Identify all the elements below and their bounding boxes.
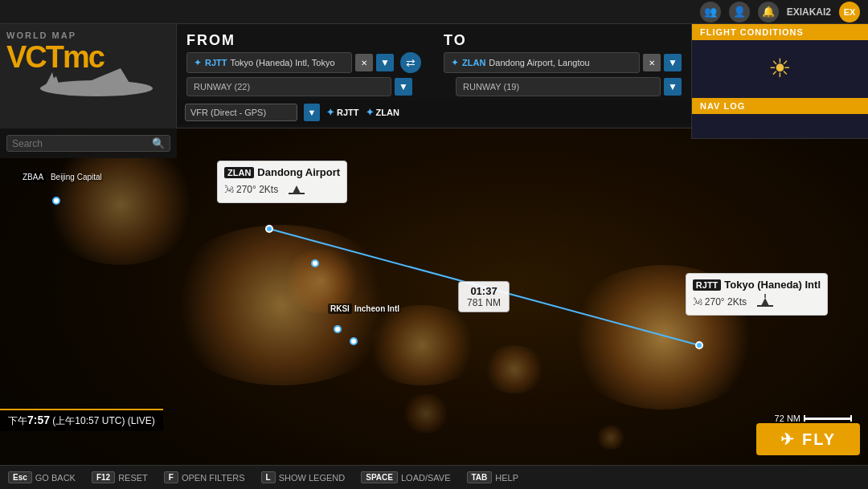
rjtt-wind-value: 270° 2Kts: [705, 296, 747, 308]
zlan-wind-info: 🌬 270° 2Kts: [224, 184, 278, 195]
from-dropdown-button[interactable]: ▼: [376, 54, 394, 71]
zbaa-airport-label: ZBAA Beijing Capital: [20, 173, 102, 181]
open-filters-key: F: [164, 471, 178, 483]
user-avatar[interactable]: EX: [839, 2, 860, 22]
notification-icon[interactable]: 🔔: [758, 2, 779, 22]
zlan-landing-icon: [285, 181, 309, 198]
time-value: 7:57: [27, 414, 50, 426]
fly-label: FLY: [802, 430, 836, 449]
open-filters-label: OPEN FILTERS: [182, 473, 245, 483]
from-tag-icon: ✦: [326, 107, 334, 118]
from-runway-dropdown[interactable]: ▼: [395, 78, 412, 96]
zlan-wind-value: 270° 2Kts: [236, 184, 278, 195]
from-airport-input[interactable]: ✦ RJTT Tokyo (Haneda) Intl, Tokyo: [186, 52, 352, 73]
zlan-map-label: ZLAN Dandong Airport 🌬 270° 2Kts: [217, 161, 347, 203]
fly-plane-icon: ✈: [780, 430, 796, 449]
weather-sun-icon: ☀: [768, 53, 792, 84]
rjtt-airport-name: Tokyo (Haneda) Intl: [724, 279, 821, 291]
shortcut-go-back[interactable]: Esc GO BACK: [8, 471, 76, 483]
flight-conditions-body: ☀: [692, 40, 868, 96]
rksi-name: Incheon Intl: [354, 304, 399, 313]
to-label: TO: [444, 32, 682, 49]
route-distance: 781 NM: [467, 297, 501, 308]
search-input[interactable]: [12, 138, 152, 149]
shortcut-open-filters[interactable]: F OPEN FILTERS: [164, 471, 245, 483]
zlan-waypoint-dot: [265, 225, 273, 233]
nav-log-body: [692, 114, 868, 138]
from-label: FROM: [186, 32, 424, 49]
bottom-options-row: VFR (Direct - GPS) ▼ ✦ RJTT ✦ ZLAN: [177, 100, 691, 124]
flight-type-select[interactable]: VFR (Direct - GPS): [185, 104, 297, 121]
top-bar: 👥 👤 🔔 EXIAKAI2 EX: [0, 0, 868, 24]
time-label: 下午7:57 (上午10:57 UTC) (LIVE): [8, 415, 155, 426]
search-bar: 🔍: [0, 128, 177, 158]
swap-airports-button[interactable]: ⇄: [400, 52, 421, 73]
flight-conditions-panel: FLIGHT CONDITIONS ☀ NAV LOG: [691, 24, 868, 139]
to-runway-select[interactable]: RUNWAY (19): [456, 77, 661, 96]
to-dropdown-button[interactable]: ▼: [664, 54, 682, 71]
rjtt-waypoint-dot: [695, 341, 703, 349]
load-save-key: SPACE: [361, 471, 398, 483]
zbaa-waypoint-dot: [52, 197, 60, 205]
flight-type-value: VFR (Direct - GPS): [190, 108, 266, 117]
rksi-code: RKSI: [328, 304, 352, 314]
to-airport-name: Dandong Airport, Langtou: [489, 58, 589, 67]
zlan-airport-name: Dandong Airport: [257, 166, 340, 178]
rksi-dot2: [350, 337, 358, 345]
to-clear-button[interactable]: ✕: [643, 54, 661, 71]
help-label: HELP: [495, 473, 518, 483]
rjtt-wind-info: 🌬 270° 2Kts: [693, 296, 747, 308]
zbaa-code: ZBAA: [20, 172, 46, 182]
reset-key: F12: [92, 471, 115, 483]
flight-header: FROM ✦ RJTT Tokyo (Haneda) Intl, Tokyo ✕…: [177, 24, 691, 128]
load-save-label: LOAD/SAVE: [401, 473, 451, 483]
help-key: TAB: [467, 471, 493, 483]
scale-ruler: [804, 418, 852, 420]
from-airport-icon: ✦: [194, 57, 202, 68]
plane-silhouette: [8, 52, 169, 116]
from-airport-name: Tokyo (Haneda) Intl, Tokyo: [231, 58, 335, 67]
bottom-bar: Esc GO BACK F12 RESET F OPEN FILTERS L S…: [0, 465, 868, 489]
shortcut-load-save[interactable]: SPACE LOAD/SAVE: [361, 471, 450, 483]
profile-icon[interactable]: 👤: [729, 2, 750, 22]
flight-type-dropdown[interactable]: ▼: [304, 104, 320, 121]
username-label: EXIAKAI2: [787, 6, 831, 18]
shortcut-help[interactable]: TAB HELP: [467, 471, 519, 483]
from-tag-label: RJTT: [337, 108, 359, 117]
to-airport-input[interactable]: ✦ ZLAN Dandong Airport, Langtou: [444, 52, 640, 73]
rjtt-takeoff-icon: [753, 294, 777, 310]
route-info-box: 01:37 781 NM: [458, 281, 510, 312]
rjtt-code-badge: RJTT: [693, 279, 722, 291]
from-clear-button[interactable]: ✕: [355, 54, 373, 71]
from-section: FROM ✦ RJTT Tokyo (Haneda) Intl, Tokyo ✕…: [177, 24, 434, 72]
search-icon: 🔍: [152, 137, 165, 149]
search-input-wrap[interactable]: 🔍: [6, 135, 170, 152]
show-legend-label: SHOW LEGEND: [279, 473, 346, 483]
from-runway-row: RUNWAY (22) ▼: [177, 72, 422, 100]
to-tag[interactable]: ✦ ZLAN: [366, 107, 399, 118]
fly-button[interactable]: ✈ FLY: [756, 423, 860, 455]
shortcut-show-legend[interactable]: L SHOW LEGEND: [261, 471, 346, 483]
from-tag[interactable]: ✦ RJTT: [326, 107, 359, 118]
rksi-map-label: RKSI Incheon Intl: [328, 304, 399, 314]
to-airport-icon: ✦: [451, 57, 459, 68]
go-back-key: Esc: [8, 471, 32, 483]
to-runway-dropdown[interactable]: ▼: [664, 78, 682, 96]
from-runway-select[interactable]: RUNWAY (22): [186, 77, 391, 96]
community-icon[interactable]: 👥: [700, 2, 721, 22]
to-airport-code: ZLAN: [462, 58, 485, 67]
rksi-dot: [334, 325, 342, 333]
rjtt-map-label: RJTT Tokyo (Haneda) Intl 🌬 270° 2Kts: [686, 273, 828, 316]
time-display: 下午7:57 (上午10:57 UTC) (LIVE): [0, 409, 163, 431]
rjtt-wind-icon: 🌬: [693, 296, 702, 308]
scale-text: 72 NM: [775, 414, 800, 423]
from-airport-code: RJTT: [205, 58, 227, 67]
world-map-label: WORLD MAP: [6, 31, 76, 40]
shortcut-reset[interactable]: F12 RESET: [92, 471, 148, 483]
midway-waypoint-dot: [311, 259, 319, 267]
svg-marker-1: [72, 68, 133, 92]
svg-marker-6: [293, 185, 301, 194]
nav-log-header[interactable]: NAV LOG: [692, 98, 868, 114]
to-tag-label: ZLAN: [376, 108, 399, 117]
logo-area: WORLD MAP VCTmc: [0, 24, 177, 128]
